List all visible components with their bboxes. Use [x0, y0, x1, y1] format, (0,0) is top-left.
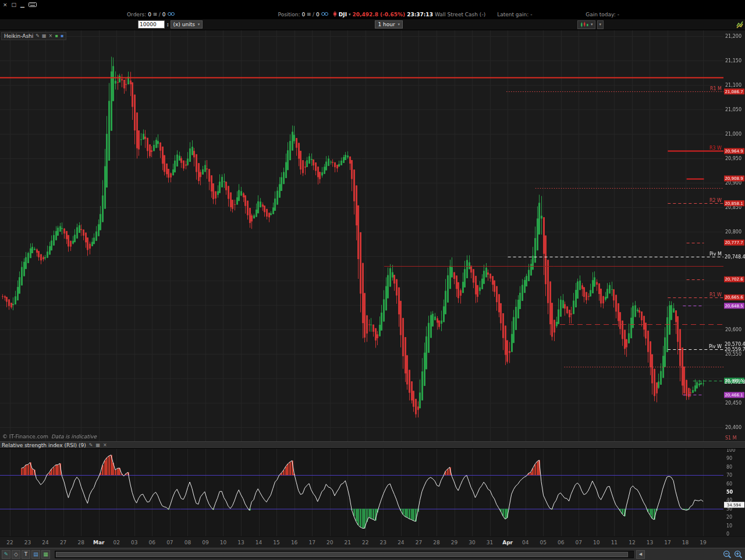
date-label: 22 [359, 540, 372, 545]
date-label: 05 [537, 540, 549, 545]
date-label: Apr [501, 540, 514, 545]
date-label: 10 [217, 540, 229, 545]
position-count-2: 0 [316, 12, 320, 17]
zoom-out-button[interactable] [722, 550, 732, 559]
indicators-tool-icon[interactable]: ▦ [41, 550, 50, 559]
quantity-stepper[interactable]: ▴▾ [167, 22, 169, 27]
date-label: 13 [235, 540, 247, 545]
infobar: Orders: 0 ⊞ / 0 Position: 0 ⊞ / 0 DJI ▾ [0, 9, 745, 19]
chevron-down-icon: ▾ [198, 22, 200, 27]
rsi-indicator-header: Relative strength index (RSI) (9) ✎ ▦ × [0, 441, 745, 449]
layout-tool-icon[interactable]: ▤ [31, 550, 40, 559]
view-position-icon[interactable] [321, 12, 328, 17]
quantity-input[interactable] [138, 20, 165, 29]
gain-today-value: - [618, 12, 619, 17]
price-chart-canvas[interactable] [0, 30, 745, 441]
date-label: Mar [93, 540, 105, 545]
titlebar: × □ ▁ [0, 0, 745, 9]
instrument-candle-icon [333, 11, 337, 18]
units-mode-select[interactable]: (x) units▾ [171, 20, 203, 29]
rsi-settings-icon[interactable]: ▦ [95, 443, 100, 448]
rsi-panel [0, 449, 745, 536]
date-label: 19 [697, 540, 709, 545]
chart-type-button[interactable]: ▾ [577, 20, 595, 29]
orders-list-icon[interactable]: ⊞ [153, 12, 157, 17]
disclaimer-text: Data is indicative [51, 434, 97, 440]
price-chart-panel: Heikin-Ashi ✎ ▦ × ▪ ▪ © IT-Finance.comDa… [0, 30, 745, 441]
date-label: 28 [430, 540, 443, 545]
indicator-settings-icon[interactable]: ▦ [42, 34, 47, 38]
latent-gain-group: Latent gain: - [497, 12, 532, 17]
date-label: 07 [572, 540, 585, 545]
keyboard-icon[interactable] [29, 2, 37, 7]
date-label: 27 [57, 540, 70, 545]
tool-icon-strip: ✎◇T▤▦ [2, 550, 50, 559]
time-axis[interactable]: 2223242728Mar020306070809101314151617202… [0, 536, 745, 548]
chart-toolbar: ▴▾ (x) units▾ 1 hour▾ ▾ ▾ [0, 19, 745, 30]
date-label: 04 [519, 540, 532, 545]
date-label: 06 [146, 540, 158, 545]
symbol-dropdown-icon[interactable]: ▾ [349, 12, 351, 17]
price-change: (-0.65%) [380, 12, 405, 17]
date-label: 13 [643, 540, 656, 545]
rsi-chart-canvas[interactable] [0, 449, 745, 536]
pointer-tool-icon[interactable]: ◇ [12, 550, 20, 559]
date-label: 16 [288, 540, 301, 545]
bottom-toolbar: ✎◇T▤▦ ◀ [0, 548, 745, 560]
scroll-left-button[interactable]: ◀ [636, 550, 645, 559]
timeframe-select[interactable]: 1 hour▾ [375, 20, 403, 29]
gain-today-group: Gain today: - [586, 12, 619, 17]
color-swatch-blue-icon[interactable]: ▪ [61, 34, 63, 38]
date-label: 06 [555, 540, 567, 545]
chevron-down-icon: ▾ [398, 22, 400, 27]
edit-indicator-icon[interactable]: ✎ [36, 34, 40, 38]
close-icon[interactable]: × [3, 2, 8, 8]
symbol-name[interactable]: DJI [339, 12, 347, 17]
color-swatch-green-icon[interactable]: ▪ [55, 34, 58, 38]
date-label: 30 [466, 540, 478, 545]
trading-workstation: × □ ▁ Orders: 0 ⊞ / 0 Position: 0 ⊞ / 0 [0, 0, 745, 560]
last-price: 20,492.8 [353, 12, 378, 17]
close-indicator-icon[interactable]: × [49, 34, 53, 38]
minimize-icon[interactable]: ▁ [20, 2, 24, 8]
clock: 23:37:13 [407, 12, 433, 17]
chart-type-group: ▾ ▾ [577, 20, 604, 29]
date-label: 20 [324, 540, 336, 545]
date-label: 07 [164, 540, 176, 545]
chart-scrollbar[interactable] [55, 551, 634, 558]
platform-logo-icon [736, 21, 743, 30]
date-label: 28 [74, 540, 87, 545]
view-orders-icon[interactable] [168, 12, 175, 17]
close-rsi-icon[interactable]: × [103, 443, 107, 448]
price-indicator-chip: Heikin-Ashi ✎ ▦ × ▪ ▪ [1, 32, 66, 40]
date-label: 23 [377, 540, 389, 545]
orders-count: 0 [148, 12, 151, 17]
date-label: 18 [679, 540, 692, 545]
edit-rsi-icon[interactable]: ✎ [89, 443, 93, 448]
chevron-down-icon: ▾ [599, 22, 602, 27]
rsi-indicator-name: Relative strength index (RSI) (9) [2, 442, 86, 448]
zoom-in-button[interactable] [733, 550, 743, 559]
date-label: 21 [341, 540, 354, 545]
drawing-tools-icon[interactable]: ✎ [2, 550, 10, 559]
text-tool-icon[interactable]: T [22, 550, 30, 559]
date-label: 22 [3, 540, 16, 545]
gain-today-label: Gain today: [586, 12, 616, 17]
position-separator: / [313, 12, 314, 17]
latent-gain-label: Latent gain: [497, 12, 528, 17]
chart-options-button[interactable]: ▾ [597, 20, 604, 29]
orders-count-2: 0 [162, 12, 166, 17]
date-label: 24 [395, 540, 407, 545]
latent-gain-value: - [530, 12, 532, 17]
restore-window-icon[interactable]: □ [12, 2, 17, 8]
zoom-controls [722, 550, 743, 559]
position-count: 0 [302, 12, 306, 17]
chevron-down-icon: ▾ [591, 22, 593, 27]
scrollbar-thumb[interactable] [56, 552, 628, 557]
date-label: 27 [412, 540, 425, 545]
market-name: Wall Street Cash (-) [435, 12, 485, 17]
date-label: 31 [484, 540, 496, 545]
date-label: 12 [626, 540, 638, 545]
orders-separator: / [159, 12, 161, 17]
position-list-icon[interactable]: ⊞ [307, 12, 311, 17]
